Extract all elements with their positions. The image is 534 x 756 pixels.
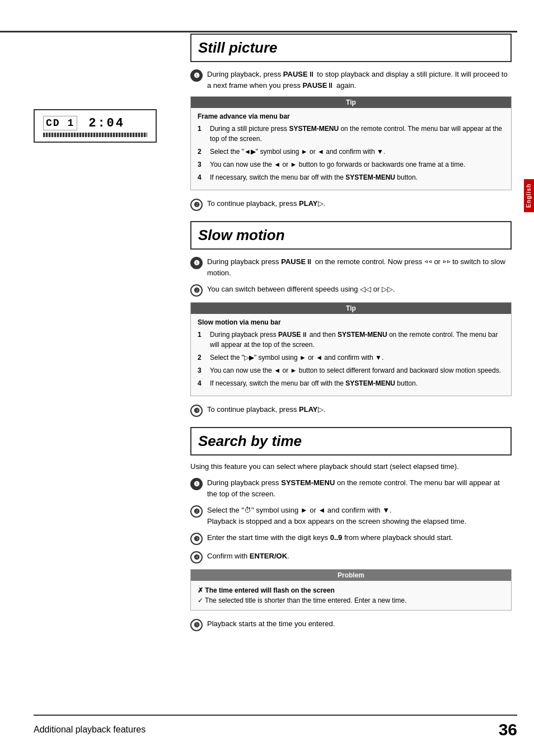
search-step5: ❺ Playback starts at the time you entere… xyxy=(190,618,512,631)
step-num-outline-5c: ❺ xyxy=(190,619,203,631)
problem-content: ✗ The time entered will flash on the scr… xyxy=(191,581,511,610)
step2-content: To continue playback, press PLAY▷. xyxy=(207,198,512,209)
slow-motion-step3: ❸ To continue playback, press PLAY▷. xyxy=(190,404,512,417)
slow-motion-header: Slow motion xyxy=(190,221,512,250)
problem-header: Problem xyxy=(191,570,511,581)
search-step4-content: Confirm with ENTER/OK. xyxy=(207,551,512,562)
slow-motion-step1: ❶ During playback press PAUSE⏸ on the re… xyxy=(190,256,512,278)
slow-motion-title: Slow motion xyxy=(198,227,504,244)
search-by-time-title: Search by time xyxy=(198,433,504,450)
display-time-text: 2:04 xyxy=(88,116,125,130)
still-picture-tip-box: Tip Frame advance via menu bar 1 During … xyxy=(190,96,512,190)
tip-item-num: 4 xyxy=(198,172,205,182)
slow-motion-tip-box: Tip Slow motion via menu bar 1 During pl… xyxy=(190,302,512,396)
problem-box: Problem ✗ The time entered will flash on… xyxy=(190,569,512,611)
tip-item-content: You can now use the ◄ or ► button to sel… xyxy=(210,365,504,375)
tip-item-content: During playback press PAUSE⏸ and then SY… xyxy=(210,330,504,350)
search-step3: ❸ Enter the start time with the digit ke… xyxy=(190,532,512,545)
still-picture-step1: ❶ During playback, press PAUSE⏸ to stop … xyxy=(190,69,512,91)
tip-item: 2 Select the "▷▶" symbol using ► or ◄ an… xyxy=(198,353,504,363)
tip-item: 1 During a still picture press SYSTEM-ME… xyxy=(198,124,504,144)
top-border-line xyxy=(0,31,517,32)
step-num-1b: ❶ xyxy=(190,257,203,269)
main-content: Still picture ❶ During playback, press P… xyxy=(190,34,517,631)
tip-item-content: If necessary, switch the menu bar off wi… xyxy=(210,172,504,182)
tip-item-content: During a still picture press SYSTEM-MENU… xyxy=(210,124,504,144)
slow-step1-content: During playback press PAUSE⏸ on the remo… xyxy=(207,256,512,278)
tip-item-num: 3 xyxy=(198,365,205,375)
step-num-outline-2b: ❷ xyxy=(190,284,203,297)
search-step5-content: Playback starts at the time you entered. xyxy=(207,618,512,630)
tip-item-content: Select the "▷▶" symbol using ► or ◄ and … xyxy=(210,353,504,363)
step-num-outline-2c: ❷ xyxy=(190,505,203,518)
step-num-outline-4c: ❹ xyxy=(190,551,203,564)
display-cd-text: CD 1 xyxy=(43,116,77,130)
tip-item-num: 2 xyxy=(198,353,205,363)
tip-item-content: Select the "◄▶" symbol using ► or ◄ and … xyxy=(210,147,504,157)
tip-item: 1 During playback press PAUSE⏸ and then … xyxy=(198,330,504,350)
still-picture-step2: ❷ To continue playback, press PLAY▷. xyxy=(190,198,512,211)
slow-motion-tip-header: Tip xyxy=(191,303,511,314)
search-by-time-header: Search by time xyxy=(190,427,512,456)
still-picture-tip-header: Tip xyxy=(191,97,511,108)
display-progress-bar xyxy=(43,133,147,137)
tip-section-title-slow-motion: Slow motion via menu bar xyxy=(198,318,504,326)
footer: Additional playback features 36 xyxy=(34,715,517,739)
left-panel: CD 1 2:04 xyxy=(34,109,174,143)
footer-page-number: 36 xyxy=(499,720,517,739)
language-tab: English xyxy=(524,179,534,212)
problem-cross-item: ✗ The time entered will flash on the scr… xyxy=(198,585,504,595)
tip-item-num: 1 xyxy=(198,124,205,144)
search-step3-content: Enter the start time with the digit keys… xyxy=(207,532,512,543)
search-step2: ❷ Select the "⏱" symbol using ► or ◄ and… xyxy=(190,505,512,527)
tip-item-num: 3 xyxy=(198,159,205,170)
problem-cross-symbol: ✗ The time entered will flash on the scr… xyxy=(198,586,335,594)
search-step1-content: During playback press SYSTEM-MENU on the… xyxy=(207,477,512,499)
step-num-outline-3: ❸ xyxy=(190,405,203,417)
slow-motion-step2: ❷ You can switch between different speed… xyxy=(190,284,512,297)
still-picture-title: Still picture xyxy=(198,39,504,57)
tip-item: 2 Select the "◄▶" symbol using ► or ◄ an… xyxy=(198,147,504,157)
step-num-1c: ❶ xyxy=(190,478,203,490)
tip-item: 3 You can now use the ◄ or ► button to g… xyxy=(198,159,504,170)
display-top: CD 1 2:04 xyxy=(43,116,147,130)
tip-item: 3 You can now use the ◄ or ► button to s… xyxy=(198,365,504,375)
step-num-outline-2: ❷ xyxy=(190,199,203,211)
tip-item: 4 If necessary, switch the menu bar off … xyxy=(198,172,504,182)
problem-check-item: ✓ The selected title is shorter than the… xyxy=(198,595,504,605)
search-intro: Using this feature you can select where … xyxy=(190,462,512,471)
step-num-outline-3c: ❸ xyxy=(190,533,203,545)
search-step1: ❶ During playback press SYSTEM-MENU on t… xyxy=(190,477,512,499)
slow-motion-tip-content: Slow motion via menu bar 1 During playba… xyxy=(191,314,511,396)
tip-item-num: 2 xyxy=(198,147,205,157)
step1-content: During playback, press PAUSE⏸ to stop pl… xyxy=(207,69,512,91)
tip-item-num: 1 xyxy=(198,330,205,350)
tip-item-num: 4 xyxy=(198,378,205,388)
search-step2-content: Select the "⏱" symbol using ► or ◄ and c… xyxy=(207,505,512,527)
footer-left-text: Additional playback features xyxy=(34,725,146,735)
slow-step3-content: To continue playback, press PLAY▷. xyxy=(207,404,512,415)
still-picture-header: Still picture xyxy=(190,34,512,62)
tip-item-content: If necessary, switch the menu bar off wi… xyxy=(210,378,504,388)
slow-step2-content: You can switch between different speeds … xyxy=(207,284,512,295)
step-num-1: ❶ xyxy=(190,69,203,82)
still-picture-tip-content: Frame advance via menu bar 1 During a st… xyxy=(191,108,511,190)
tip-item: 4 If necessary, switch the menu bar off … xyxy=(198,378,504,388)
search-step4: ❹ Confirm with ENTER/OK. xyxy=(190,551,512,564)
tip-section-title-frame-advance: Frame advance via menu bar xyxy=(198,112,504,120)
display-box: CD 1 2:04 xyxy=(34,109,157,143)
tip-item-content: You can now use the ◄ or ► button to go … xyxy=(210,159,504,170)
